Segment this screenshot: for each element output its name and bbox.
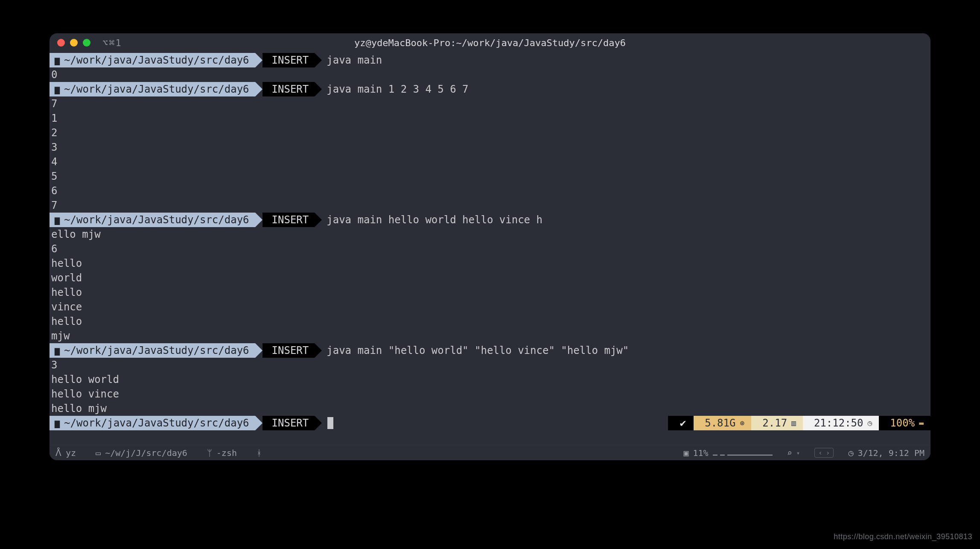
- status-cpu: ▣ 11%: [683, 448, 772, 458]
- prompt-path: ~/work/java/JavaStudy/src/day6: [64, 343, 249, 358]
- status-memory-segment: 5.81G ⊛: [694, 416, 751, 430]
- titlebar: ⌥⌘1 yz@ydeMacBook-Pro:~/work/java/JavaSt…: [50, 33, 930, 52]
- output-line: 5: [50, 169, 930, 184]
- prompt-line: ▆ ~/work/java/JavaStudy/src/day6 INSERT …: [50, 53, 930, 67]
- statusbar: ᐰ yz ▭ ~/w/j/J/src/day6 ᛘ -zsh ᚼ ▣ 11% ⌕…: [50, 445, 930, 460]
- prompt-path-segment: ▆ ~/work/java/JavaStudy/src/day6: [50, 53, 255, 67]
- status-search[interactable]: ⌕ ▾: [787, 448, 800, 458]
- command-input[interactable]: [327, 416, 333, 430]
- output-line: world: [50, 271, 930, 285]
- cursor-icon: [327, 417, 333, 429]
- prompt-mode: INSERT: [272, 82, 309, 96]
- check-icon: ✔: [680, 416, 686, 430]
- output-line: hello world: [50, 372, 930, 387]
- status-ok-segment: ✔: [668, 416, 694, 430]
- folder-icon: ▆: [55, 82, 60, 96]
- prompt-mode-segment: INSERT: [262, 53, 315, 67]
- close-icon[interactable]: [57, 39, 65, 47]
- prompt-line: ▆ ~/work/java/JavaStudy/src/day6 INSERT …: [50, 213, 930, 227]
- user-icon: ᐰ: [55, 448, 61, 458]
- output-line: mjw: [50, 329, 930, 343]
- prompt-path-segment: ▆ ~/work/java/JavaStudy/src/day6: [50, 213, 255, 227]
- window-title: yz@ydeMacBook-Pro:~/work/java/JavaStudy/…: [50, 38, 930, 48]
- search-icon: ⌕: [787, 448, 792, 458]
- prompt-mode-segment: INSERT: [262, 343, 315, 358]
- output-line: 1: [50, 111, 930, 126]
- folder-icon: ▆: [55, 213, 60, 227]
- pager-prev-icon[interactable]: ‹: [817, 449, 824, 457]
- status-pager[interactable]: ‹ ›: [814, 448, 834, 458]
- output-line: 2: [50, 126, 930, 140]
- clock-value: 3/12, 9:12 PM: [858, 448, 925, 458]
- prompt-line: ▆ ~/work/java/JavaStudy/src/day6 INSERT …: [50, 343, 930, 358]
- traffic-lights: [57, 39, 90, 47]
- status-user: ᐰ yz: [55, 448, 76, 458]
- sparkline-icon: [713, 450, 773, 456]
- output-line: 3: [50, 140, 930, 155]
- branch-icon: ᛘ: [207, 448, 212, 458]
- right-status: ✔ 5.81G ⊛ 2.17 ▥ 21:12:50 ◷ 100% ▬: [668, 416, 930, 430]
- clock-icon: ◷: [848, 448, 853, 458]
- prompt-line-active[interactable]: ▆ ~/work/java/JavaStudy/src/day6 INSERT …: [50, 416, 930, 430]
- command-text: java main: [327, 53, 382, 67]
- prompt-mode-segment: INSERT: [262, 82, 315, 96]
- command-text: java main "hello world" "hello vince" "h…: [327, 343, 629, 358]
- status-git: ᚼ: [257, 448, 262, 458]
- output-line: 4: [50, 155, 930, 169]
- battery-value: 100%: [890, 416, 915, 430]
- prompt-line: ▆ ~/work/java/JavaStudy/src/day6 INSERT …: [50, 82, 930, 96]
- git-icon: ᚼ: [257, 448, 262, 458]
- prompt-mode: INSERT: [272, 53, 309, 67]
- load-value: 2.17: [762, 416, 787, 430]
- folder-icon: ▆: [55, 343, 60, 358]
- tab-indicator: ⌥⌘1: [102, 38, 122, 48]
- output-line: vince: [50, 300, 930, 314]
- output-line: 6: [50, 242, 930, 256]
- prompt-path-segment: ▆ ~/work/java/JavaStudy/src/day6: [50, 82, 255, 96]
- prompt-mode-segment: INSERT: [262, 416, 315, 430]
- status-shell: ᛘ -zsh: [207, 448, 237, 458]
- load-icon: ▥: [791, 416, 796, 430]
- memory-icon: ⊛: [740, 416, 744, 430]
- status-battery-segment: 100% ▬: [879, 416, 930, 430]
- status-time-segment: 21:12:50 ◷: [803, 416, 879, 430]
- status-clock: ◷ 3/12, 9:12 PM: [848, 448, 925, 458]
- output-line: hello mjw: [50, 401, 930, 416]
- output-line: 6: [50, 184, 930, 198]
- prompt-mode-segment: INSERT: [262, 213, 315, 227]
- terminal-body[interactable]: ▆ ~/work/java/JavaStudy/src/day6 INSERT …: [50, 52, 930, 445]
- cpu-value: 11%: [693, 448, 709, 458]
- prompt-path: ~/work/java/JavaStudy/src/day6: [64, 416, 249, 430]
- clock-icon: ◷: [868, 416, 872, 430]
- output-line: 3: [50, 358, 930, 372]
- output-line: hello: [50, 314, 930, 329]
- prompt-path: ~/work/java/JavaStudy/src/day6: [64, 213, 249, 227]
- output-line: hello: [50, 256, 930, 271]
- prompt-mode: INSERT: [272, 416, 309, 430]
- command-text: java main 1 2 3 4 5 6 7: [327, 82, 468, 96]
- prompt-path: ~/work/java/JavaStudy/src/day6: [64, 82, 249, 96]
- prompt-mode: INSERT: [272, 213, 309, 227]
- battery-icon: ▬: [919, 416, 924, 430]
- folder-icon: ▆: [55, 416, 60, 430]
- cpu-icon: ▣: [683, 448, 688, 458]
- status-load-segment: 2.17 ▥: [751, 416, 803, 430]
- output-line: hello vince: [50, 387, 930, 401]
- minimize-icon[interactable]: [70, 39, 78, 47]
- terminal-window: ⌥⌘1 yz@ydeMacBook-Pro:~/work/java/JavaSt…: [50, 33, 930, 460]
- time-value: 21:12:50: [814, 416, 863, 430]
- folder-icon: ▆: [55, 53, 60, 67]
- memory-value: 5.81G: [705, 416, 735, 430]
- zoom-icon[interactable]: [83, 39, 90, 47]
- output-line: 0: [50, 67, 930, 82]
- prompt-path: ~/work/java/JavaStudy/src/day6: [64, 53, 249, 67]
- user-name: yz: [66, 448, 76, 458]
- pager-next-icon[interactable]: ›: [824, 449, 832, 457]
- prompt-path-segment: ▆ ~/work/java/JavaStudy/src/day6: [50, 416, 255, 430]
- shell-name: -zsh: [216, 448, 237, 458]
- chevron-down-icon: ▾: [796, 450, 800, 456]
- prompt-path-segment: ▆ ~/work/java/JavaStudy/src/day6: [50, 343, 255, 358]
- folder-icon: ▭: [96, 448, 101, 458]
- folder-path: ~/w/j/J/src/day6: [105, 448, 187, 458]
- status-folder: ▭ ~/w/j/J/src/day6: [96, 448, 187, 458]
